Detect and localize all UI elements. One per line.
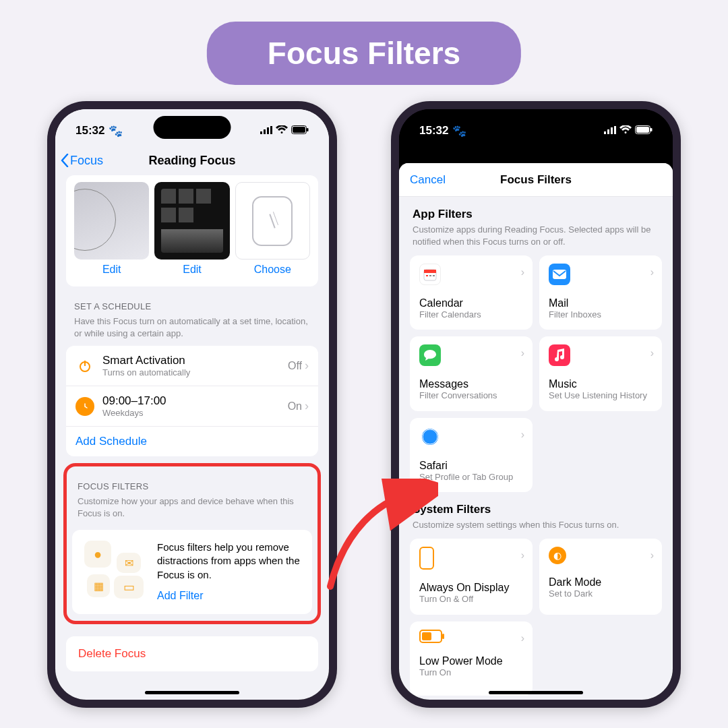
lockscreen-thumb[interactable]: Edit — [74, 182, 149, 276]
tile-calendar[interactable]: › Calendar Filter Calendars — [410, 255, 533, 330]
cellular-icon — [604, 124, 616, 138]
row-sub: Turns on automatically — [102, 367, 288, 377]
wifi-icon — [276, 124, 288, 138]
dynamic-island — [497, 116, 575, 139]
customize-screens-card: Edit Edit Choose — [66, 175, 318, 286]
svg-rect-16 — [650, 128, 653, 131]
paw-icon: 🐾 — [109, 124, 123, 138]
cancel-button[interactable]: Cancel — [410, 173, 446, 187]
tile-sub: Set Profile or Tab Group — [419, 472, 523, 483]
chevron-icon: › — [650, 347, 654, 359]
svg-rect-11 — [607, 129, 609, 134]
phone-right: 15:32 🐾 Cancel Focus Filters App Filters… — [391, 101, 681, 708]
svg-rect-22 — [553, 270, 566, 279]
tile-sub: Set to Dark — [549, 588, 653, 599]
filters-card: ● ✉ ▦ ▭ Focus filters help you remove di… — [72, 530, 312, 613]
tile-safari[interactable]: › Safari Set Profile or Tab Group — [410, 418, 533, 492]
nav-bar: Focus Reading Focus — [55, 146, 329, 175]
tile-music[interactable]: › Music Set Use Listening History — [539, 336, 662, 411]
svg-rect-0 — [260, 131, 262, 134]
home-indicator — [489, 691, 583, 694]
phone-left: 15:32 🐾 Focus Reading Focus — [47, 101, 337, 708]
tile-dark-mode[interactable]: ◐ › Dark Mode Set to Dark — [539, 539, 662, 614]
choose-link[interactable]: Choose — [235, 264, 310, 276]
focus-filters-sheet: Cancel Focus Filters App Filters Customi… — [399, 163, 673, 700]
back-label: Focus — [70, 154, 103, 168]
row-title: 09:00–17:00 — [102, 394, 288, 408]
battery-icon — [419, 630, 442, 643]
svg-rect-12 — [611, 127, 613, 134]
watchface-thumb[interactable]: Choose — [235, 182, 310, 276]
calendar-icon: ▦ — [87, 574, 110, 597]
svg-rect-2 — [267, 127, 269, 134]
status-time: 15:32 — [419, 124, 448, 138]
chevron-icon: › — [521, 266, 524, 278]
add-schedule-label: Add Schedule — [75, 435, 309, 448]
display-icon — [419, 547, 434, 570]
sheet-title: Focus Filters — [500, 173, 572, 187]
filter-icons-cluster: ● ✉ ▦ ▭ — [83, 541, 148, 603]
messages-icon — [419, 344, 441, 366]
mail-icon: ✉ — [117, 553, 141, 573]
schedule-list: Smart Activation Turns on automatically … — [66, 346, 318, 456]
svg-rect-18 — [424, 270, 436, 273]
homescreen-thumb[interactable]: Edit — [154, 182, 229, 276]
tile-title: Low Power Mode — [419, 655, 523, 667]
delete-focus-button[interactable]: Delete Focus — [66, 636, 318, 671]
chevron-icon: › — [521, 347, 524, 359]
tile-title: Calendar — [419, 297, 523, 309]
add-filter-button[interactable]: Add Filter — [157, 588, 301, 603]
tile-sub: Turn On — [419, 667, 523, 678]
svg-rect-1 — [264, 129, 266, 134]
messages-icon: ● — [84, 541, 111, 568]
svg-rect-5 — [293, 127, 305, 133]
tile-messages[interactable]: › Messages Filter Conversations — [410, 336, 533, 411]
tile-title: Dark Mode — [549, 576, 653, 588]
edit-link[interactable]: Edit — [154, 264, 229, 276]
lockscreen-preview — [74, 182, 149, 260]
tile-sub: Set Use Listening History — [549, 390, 653, 401]
watchface-preview — [235, 182, 310, 260]
battery-icon: ▭ — [114, 576, 144, 599]
power-icon — [75, 357, 94, 375]
chevron-icon: › — [650, 266, 654, 278]
cellular-icon — [260, 124, 272, 138]
svg-rect-19 — [426, 275, 428, 276]
tile-low-power-mode[interactable]: › Low Power Mode Turn On — [410, 621, 533, 696]
tile-sub: Filter Conversations — [419, 390, 523, 401]
svg-rect-21 — [433, 275, 435, 276]
paw-icon: 🐾 — [452, 124, 466, 138]
dynamic-island — [154, 116, 231, 139]
app-filters-desc: Customize apps during Reading Focus. Sel… — [399, 222, 673, 255]
tile-sub: Filter Inboxes — [549, 309, 653, 320]
tile-sub: Filter Calendars — [419, 309, 523, 320]
battery-icon — [635, 124, 653, 138]
tile-always-on-display[interactable]: › Always On Display Turn On & Off — [410, 539, 533, 614]
row-value: Off — [288, 360, 302, 372]
app-filters-header: App Filters — [399, 197, 673, 222]
add-schedule-row[interactable]: Add Schedule — [66, 426, 318, 456]
home-indicator — [145, 691, 239, 694]
tile-sub: Turn On & Off — [419, 594, 523, 605]
homescreen-preview — [154, 182, 229, 260]
filters-header: FOCUS FILTERS — [67, 466, 317, 494]
edit-link[interactable]: Edit — [74, 264, 149, 276]
row-title: Smart Activation — [102, 354, 288, 367]
nav-title: Reading Focus — [148, 154, 235, 168]
dark-mode-icon: ◐ — [549, 547, 566, 564]
row-sub: Weekdays — [102, 408, 288, 418]
time-schedule-row[interactable]: 09:00–17:00 Weekdays On › — [66, 386, 318, 426]
svg-point-23 — [422, 429, 438, 445]
page-banner: Focus Filters — [207, 22, 521, 85]
back-button[interactable]: Focus — [61, 154, 103, 168]
svg-rect-20 — [429, 275, 431, 276]
tile-mail[interactable]: › Mail Filter Inboxes — [539, 255, 662, 330]
schedule-header: SET A SCHEDULE — [55, 286, 329, 314]
svg-rect-3 — [270, 126, 272, 134]
mail-icon — [549, 264, 570, 285]
schedule-desc: Have this Focus turn on automatically at… — [55, 314, 329, 346]
focus-filters-highlight: FOCUS FILTERS Customize how your apps an… — [63, 463, 321, 624]
delete-focus-label: Delete Focus — [78, 647, 146, 660]
system-filters-desc: Customize system settings when this Focu… — [399, 518, 673, 539]
smart-activation-row[interactable]: Smart Activation Turns on automatically … — [66, 346, 318, 386]
